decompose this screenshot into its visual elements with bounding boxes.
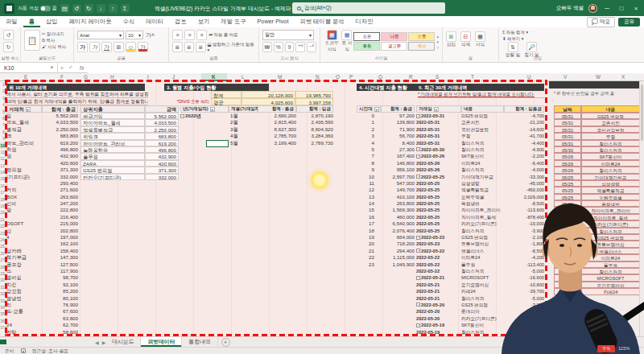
cell-date[interactable]: 2022-05-25	[416, 207, 461, 213]
cell-name[interactable]: 자이아파트_관리비	[80, 140, 145, 146]
cell-date[interactable]: 05/26	[554, 153, 581, 159]
cell-amount[interactable]: 5,562,000	[145, 113, 179, 119]
cell-date[interactable]: 2022-05-22	[416, 254, 461, 261]
menu-tab-10[interactable]: 피벗 테이블 분석	[294, 16, 349, 27]
cell-hour[interactable]: 8	[357, 160, 374, 167]
cell-hour[interactable]: 23	[357, 261, 374, 268]
cell-amount[interactable]: 62,700	[47, 322, 78, 328]
cell-amount[interactable]: 76,900	[47, 302, 78, 308]
cell-name[interactable]: OSOFT	[6, 220, 47, 227]
formula-input[interactable]	[88, 63, 644, 73]
styles-scroll-up-icon[interactable]: ▴	[436, 34, 439, 39]
recent-header-date[interactable]: 거래일▾	[416, 105, 461, 113]
fx-icon[interactable]: fx	[76, 65, 88, 71]
cell-hour[interactable]: 9	[357, 167, 374, 173]
cell-month[interactable]: 3월	[229, 126, 258, 133]
cell-amount[interactable]: 619,200	[47, 140, 78, 146]
minimize-icon[interactable]: ─	[602, 5, 612, 12]
cell-amount[interactable]: 4,033,500	[145, 119, 179, 126]
column-header-L[interactable]: L	[242, 74, 245, 80]
cell-date[interactable]: -2022-05-30	[416, 146, 461, 153]
filter-icon[interactable]: ▾	[210, 107, 215, 112]
cell-amount[interactable]: 97,200	[374, 113, 415, 119]
cell-name[interactable]: 풀무원	[581, 261, 640, 268]
cell-hour[interactable]: 15	[357, 207, 374, 213]
cell-style-2[interactable]: 보통	[408, 32, 435, 41]
cell-name[interactable]: 국민건강보험	[461, 126, 504, 133]
cell-amount[interactable]: -8,500	[504, 200, 544, 207]
cell-name[interactable]	[6, 315, 47, 322]
cell-amount[interactable]: -4,700	[504, 113, 544, 119]
cell-amount[interactable]: 1,115,000	[374, 254, 415, 261]
recent-header-name[interactable]: 내용	[461, 105, 504, 113]
cell-amount[interactable]: 371,300	[145, 167, 179, 173]
cell-amount[interactable]: 158,400	[47, 248, 78, 254]
cell-name[interactable]: 자이아파트_월세	[461, 214, 504, 220]
cell-name[interactable]: GS25 편의점	[581, 234, 640, 241]
cell-amount[interactable]: -2,200	[504, 153, 544, 159]
column-header-S[interactable]: S	[436, 74, 439, 80]
font-size-select[interactable]: 10▾	[126, 31, 143, 39]
column-header-I[interactable]: I	[147, 74, 149, 80]
menu-tab-11[interactable]: 디자인	[350, 16, 379, 27]
cell-date[interactable]: 05/25	[554, 187, 581, 193]
cell-name[interactable]: 강보험	[6, 288, 47, 294]
cell-in[interactable]: 2,789,730	[296, 140, 333, 146]
cell-name[interactable]: 별적금	[6, 126, 47, 133]
accessibility-status[interactable]: 접근성: 조사 필요	[32, 348, 68, 354]
cell-name[interactable]: 찰리스커피	[581, 167, 640, 173]
column-header-K[interactable]: K	[212, 74, 216, 80]
cell-date[interactable]: 05/25	[554, 214, 581, 220]
cell-name[interactable]: 기아대책기부금	[581, 174, 640, 180]
confirm-entry-icon[interactable]: ✓	[66, 64, 76, 71]
cell-month[interactable]: 5월	[229, 140, 258, 146]
user-name[interactable]: 오빠두 엑셀	[556, 5, 584, 12]
cell-name[interactable]: 골프장	[6, 261, 47, 268]
cell-name[interactable]: GS25 편의점	[80, 167, 145, 173]
cell-hour[interactable]: 21	[357, 248, 374, 254]
cell-date[interactable]: -2022-05-25	[416, 174, 461, 180]
cell-amount[interactable]: 294,400	[374, 248, 415, 254]
cell-hour[interactable]: 7	[357, 153, 374, 159]
cell-amount[interactable]: 80,100	[47, 295, 78, 302]
cell-name[interactable]: BOX	[6, 194, 47, 200]
cell-amount[interactable]: 85,200	[47, 288, 78, 294]
bold-button[interactable]: 가	[77, 42, 88, 52]
cell-k[interactable]	[206, 126, 229, 133]
cell-hour[interactable]: 5	[357, 146, 374, 153]
cell-amount[interactable]: 8,400	[374, 140, 415, 146]
cell-name[interactable]: 신비	[6, 200, 47, 207]
share-button[interactable]: 공유	[618, 18, 640, 27]
cell-hour[interactable]: 17	[357, 220, 374, 227]
cell-date[interactable]: 05/26	[554, 160, 581, 167]
cell-month[interactable]: 1월	[229, 113, 258, 119]
menu-tab-2[interactable]: 삽입	[40, 16, 64, 27]
collapse-icon[interactable]: -	[416, 147, 420, 151]
monthly-header-year[interactable]: 년(거래일자)▾	[180, 105, 229, 113]
cell-date[interactable]: 05/25	[554, 174, 581, 180]
cell-name[interactable]	[6, 180, 47, 187]
cell-name[interactable]: SKT통신비	[461, 322, 504, 328]
cell-name[interactable]: 오빠두엑셀	[581, 194, 640, 200]
cell-amount[interactable]: -4,200	[504, 254, 544, 261]
excel-logo-icon[interactable]	[4, 3, 14, 14]
column-header-U[interactable]: U	[527, 74, 531, 80]
restore-icon[interactable]: □	[617, 5, 626, 12]
cell-name[interactable]: 크	[6, 133, 47, 139]
cell-date[interactable]: 2022-05-31	[416, 133, 461, 139]
cell-date[interactable]	[554, 288, 581, 294]
cell-name[interactable]: 팡	[6, 207, 47, 213]
cell-date[interactable]: 05/23	[554, 241, 581, 247]
side-header-name[interactable]: 내용	[581, 105, 640, 113]
cell-amount[interactable]: 371,300	[47, 167, 78, 173]
cell-name[interactable]: 카카오(기프티콘)	[461, 315, 504, 322]
cell-amount[interactable]: 162,100	[47, 241, 78, 247]
cell-hour[interactable]: 14	[357, 200, 374, 207]
avatar[interactable]	[588, 4, 597, 13]
filter-icon[interactable]: ▾	[374, 107, 379, 112]
wrap-text-button[interactable]: ⮨ 자동 줄 바꿈	[208, 32, 237, 38]
cell-name[interactable]: SKT통신비	[461, 153, 504, 159]
cell-year[interactable]	[180, 133, 206, 139]
cell-amount[interactable]: -39,700	[504, 288, 544, 294]
cell-date[interactable]: -2022-05-26	[416, 153, 461, 159]
